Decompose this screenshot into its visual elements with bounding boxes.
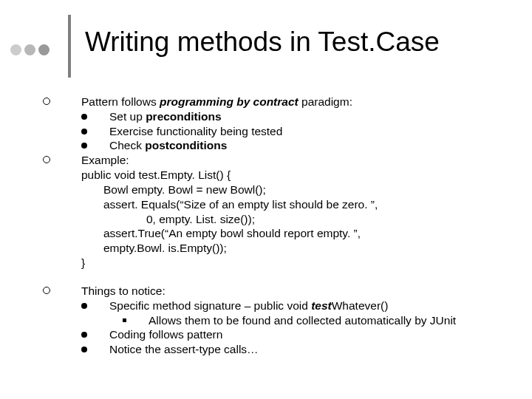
code-line: Bowl empty. Bowl = new Bowl(); [43, 183, 517, 197]
circle-bullet-icon [43, 156, 50, 163]
bullet-level2: Check postconditions [43, 138, 517, 153]
bullet-level1: Pattern follows programming by contract … [43, 95, 517, 109]
text-bold: postconditions [145, 139, 227, 151]
bullet-text: Coding follows pattern [109, 327, 222, 342]
vertical-bar [68, 15, 71, 78]
bullet-text: Specific method signature – public void … [109, 299, 388, 313]
disc-bullet-icon [81, 303, 87, 309]
disc-bullet-icon [81, 347, 87, 352]
bullet-level3: Allows them to be found and collected au… [43, 313, 517, 328]
disc-bullet-icon [81, 143, 87, 149]
bullet-text: Things to notice: [81, 284, 166, 299]
text: paradigm: [299, 95, 352, 108]
code-line: 0, empty. List. size()); [43, 212, 517, 227]
text: Whatever() [332, 299, 389, 312]
text-bold: preconditions [146, 110, 221, 123]
dot-icon [24, 44, 35, 55]
code-line: assert. Equals(“Size of an empty list sh… [43, 197, 517, 212]
dot-icon [10, 44, 21, 55]
square-bullet-icon [123, 318, 126, 322]
code-line: assert.True(“An empty bowl should report… [43, 226, 517, 241]
text: Check [109, 139, 145, 151]
bullet-level1: Things to notice: [43, 284, 517, 299]
bullet-level1: Example: [43, 153, 517, 168]
bullet-text: Allows them to be found and collected au… [149, 313, 456, 328]
disc-bullet-icon [81, 129, 87, 134]
bullet-text: Example: [81, 153, 129, 168]
slide-title: Writing methods in Test.Case [85, 27, 440, 58]
bullet-text: Set up preconditions [109, 109, 222, 124]
text-emphasis: test [311, 299, 332, 312]
dot-icon [38, 44, 50, 55]
bullet-level2: Notice the assert-type calls… [43, 342, 517, 357]
bullet-text: Check postconditions [109, 138, 227, 153]
code-line: public void test.Empty. List() { [43, 168, 517, 183]
bullet-level2: Specific method signature – public void … [43, 299, 517, 313]
disc-bullet-icon [81, 332, 87, 338]
text-emphasis: programming by contract [160, 95, 299, 108]
bullet-level2: Coding follows pattern [43, 327, 517, 342]
code-line: } [43, 256, 517, 270]
circle-bullet-icon [43, 98, 50, 105]
bullet-text: Exercise functionality being tested [109, 124, 282, 139]
bullet-text: Notice the assert-type calls… [109, 342, 259, 357]
code-line: empty.Bowl. is.Empty()); [43, 241, 517, 256]
disc-bullet-icon [81, 114, 87, 120]
slide-body: Pattern follows programming by contract … [43, 95, 517, 357]
decorative-dots [10, 44, 50, 55]
circle-bullet-icon [43, 287, 50, 294]
bullet-level2: Exercise functionality being tested [43, 124, 517, 139]
bullet-level2: Set up preconditions [43, 109, 517, 124]
text: Specific method signature – public void [109, 299, 311, 312]
bullet-text: Pattern follows programming by contract … [81, 95, 352, 109]
text: Pattern follows [81, 95, 160, 108]
slide: Writing methods in Test.Case Pattern fol… [0, 0, 532, 399]
text: Set up [109, 110, 146, 123]
